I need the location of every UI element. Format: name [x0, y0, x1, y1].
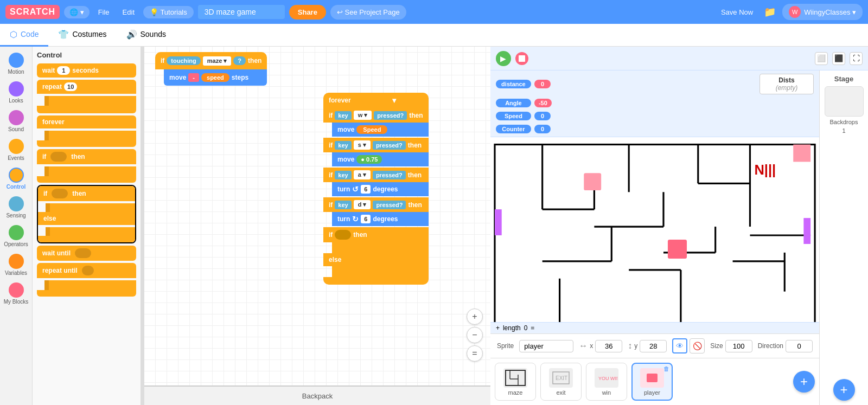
small-stage-button[interactable]: ⬜ [815, 52, 828, 65]
speed-oval: speed [201, 73, 229, 82]
tutorials-button[interactable]: 💡 Tutorials [143, 6, 194, 18]
repeat-until-condition[interactable] [82, 266, 94, 275]
category-sound[interactable]: Sound [0, 107, 32, 135]
see-project-button[interactable]: ↩ See Project Page [330, 5, 406, 20]
repeat-block[interactable]: repeat 10 [37, 80, 136, 94]
wait-until-block[interactable]: wait until [37, 246, 136, 261]
user-menu[interactable]: W WiingyClasses ▾ [782, 4, 863, 20]
size-group: Size [710, 340, 752, 352]
if-key-w-block[interactable]: if key w ▾ pressed? then [323, 108, 429, 123]
add-backdrop-button[interactable]: + [833, 379, 855, 401]
save-now-button[interactable]: Save Now [717, 6, 757, 18]
x-input[interactable] [595, 340, 622, 352]
if-block[interactable]: if then [37, 149, 136, 164]
tab-sounds[interactable]: 🔊 Sounds [117, 24, 176, 47]
repeat-block-group: repeat 10 [37, 80, 136, 113]
if-else-bottom-block[interactable]: if then [323, 227, 429, 242]
stage-backdrop-thumb[interactable] [825, 86, 864, 117]
move-negative: - [188, 73, 199, 82]
code-canvas[interactable]: if touching maze ▾ ? then move - speed s… [144, 47, 490, 405]
turn-right-block[interactable]: turn ↻ 6 degrees [332, 212, 429, 226]
x-label: x [590, 342, 593, 350]
zoom-reset-button[interactable]: = [467, 345, 483, 362]
control-blocks-panel: Control wait 1 seconds repeat 10 forever [33, 47, 141, 405]
sprite-thumb-maze[interactable]: maze [495, 363, 536, 401]
if-key-s-block[interactable]: if key s ▾ pressed? then [323, 138, 429, 152]
sprite-thumb-player[interactable]: 🗑 player [631, 363, 673, 401]
category-sensing[interactable]: Sensing [0, 194, 32, 221]
delete-sprite-button[interactable]: 🗑 [663, 365, 669, 372]
zoom-in-button[interactable]: + [467, 308, 483, 325]
length-label: length [503, 324, 521, 332]
file-menu[interactable]: File [94, 6, 114, 18]
username-label: WiingyClasses ▾ [804, 8, 856, 16]
category-operators[interactable]: Operators [0, 222, 32, 250]
large-stage-button[interactable]: ⬛ [832, 52, 845, 65]
if-block-group: if then [37, 149, 136, 183]
direction-input[interactable] [786, 340, 813, 352]
category-motion[interactable]: Motion [0, 50, 32, 78]
dists-content: (empty) [765, 84, 808, 92]
category-variables[interactable]: Variables [0, 251, 32, 279]
category-myblocks[interactable]: My Blocks [0, 280, 32, 307]
player-label: player [644, 389, 660, 396]
sprite-thumb-exit[interactable]: EXIT exit [540, 363, 582, 401]
category-control[interactable]: Control [0, 165, 32, 192]
move-speed-block[interactable]: move - speed steps [164, 69, 267, 86]
if-condition[interactable] [50, 152, 67, 162]
looks-dot [9, 81, 24, 97]
wait-until-condition[interactable] [75, 248, 91, 258]
tab-sounds-label: Sounds [141, 30, 166, 38]
block-categories-panel: Motion Looks Sound Events Control Sensin… [0, 47, 33, 405]
control-label: Control [7, 184, 26, 190]
wait-block[interactable]: wait 1 seconds [37, 63, 136, 78]
repeat-value[interactable]: 10 [64, 82, 77, 91]
myblocks-label: My Blocks [4, 299, 29, 305]
if-key-a-block[interactable]: if key a ▾ pressed? then [323, 168, 429, 182]
sensing-dot [9, 196, 24, 211]
edit-menu[interactable]: Edit [118, 6, 139, 18]
backdrops-panel: Stage Backdrops 1 + [819, 70, 868, 405]
tab-costumes[interactable]: 👕 Costumes [48, 24, 116, 47]
forever-block[interactable]: forever [37, 115, 136, 128]
project-title-input[interactable] [198, 5, 285, 19]
if-else-condition[interactable] [52, 189, 68, 198]
folder-icon[interactable]: 📁 [762, 4, 778, 20]
motion-dot [9, 53, 24, 68]
forever-hat-block[interactable]: forever ▾ [323, 93, 429, 108]
move-075-block[interactable]: move ● 0.75 [332, 152, 429, 166]
y-input[interactable] [640, 340, 667, 352]
turn-left-block[interactable]: turn ↺ 6 degrees [332, 182, 429, 196]
sprite-name-input[interactable] [519, 340, 573, 352]
sprite-thumb-win[interactable]: YOU WIN win [586, 363, 627, 401]
add-sprite-button[interactable]: + [793, 371, 815, 393]
share-button[interactable]: Share [289, 5, 326, 20]
category-looks[interactable]: Looks [0, 79, 32, 106]
size-input[interactable] [725, 340, 752, 352]
repeat-until-block[interactable]: repeat until [37, 263, 136, 278]
zoom-out-button[interactable]: − [467, 327, 483, 343]
if-key-d-block[interactable]: if key d ▾ pressed? then [323, 197, 429, 212]
green-flag-button[interactable]: ▶ [496, 51, 511, 66]
scratch-logo[interactable]: SCRATCH [5, 5, 60, 19]
stop-button[interactable] [515, 52, 528, 65]
move-speed-w-block[interactable]: move Speed [332, 123, 429, 137]
svg-text:EXIT: EXIT [556, 375, 567, 381]
touching-maze-block[interactable]: if touching maze ▾ ? then [155, 52, 267, 69]
wait-value[interactable]: 1 [57, 66, 70, 75]
tab-code[interactable]: ⬡ Code [0, 24, 48, 47]
right-panel: ▶ ⬜ ⬛ ⛶ distance 0 [490, 47, 868, 405]
monitors-row: distance 0 Dists (empty) [496, 74, 814, 94]
y-axis-icon: ↕ [628, 341, 632, 351]
category-events[interactable]: Events [0, 136, 32, 164]
maze-dropdown[interactable]: maze ▾ [203, 56, 232, 66]
forever-cap-bottom [323, 277, 429, 285]
hide-button[interactable]: 🚫 [690, 338, 705, 353]
if-else-if-label: if [43, 190, 47, 197]
fullscreen-button[interactable]: ⛶ [850, 52, 863, 65]
backpack-bar[interactable]: Backpack [144, 385, 490, 405]
show-button[interactable]: 👁 [672, 338, 687, 353]
if-else-top[interactable]: if then [38, 186, 135, 201]
dists-title: Dists [765, 76, 808, 84]
language-selector[interactable]: 🌐 ▾ [64, 6, 90, 18]
